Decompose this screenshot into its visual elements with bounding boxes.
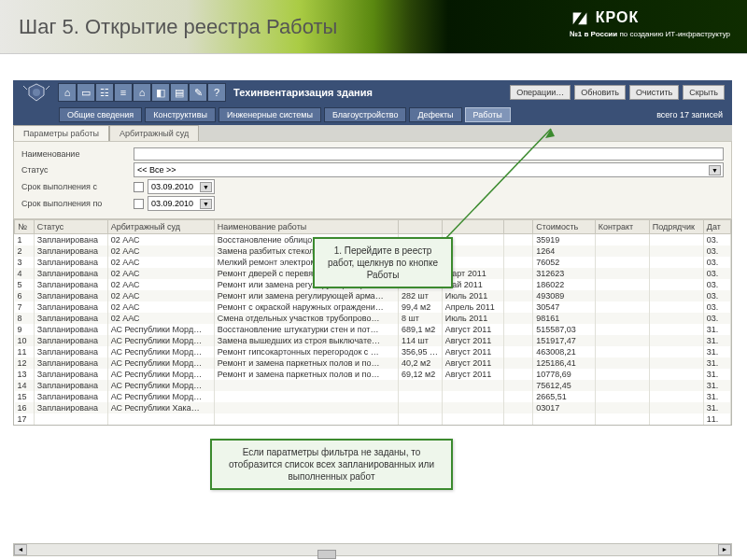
- tab-1[interactable]: Конструктивы: [145, 107, 216, 122]
- refresh-button[interactable]: Обновить: [574, 85, 626, 100]
- col-header-9[interactable]: Подрядчик: [649, 220, 703, 234]
- col-header-2[interactable]: Арбитражный суд: [107, 220, 214, 234]
- tb-icon-6[interactable]: ◧: [151, 83, 170, 102]
- tb-icon-7[interactable]: ▤: [170, 83, 189, 102]
- cell: 31.: [703, 324, 730, 335]
- hide-button[interactable]: Скрыть: [683, 85, 725, 100]
- tb-icon-8[interactable]: ✎: [189, 83, 207, 102]
- col-header-4[interactable]: [398, 220, 442, 234]
- filter-name-input[interactable]: [134, 147, 724, 161]
- col-header-3[interactable]: Наименование работы: [214, 220, 398, 234]
- filter-status-value: << Все >>: [137, 165, 176, 175]
- cell: 31.: [703, 335, 730, 346]
- table-row[interactable]: 9ЗапланированаАС Республики Морд…Восстан…: [15, 324, 731, 335]
- cell: 03.: [703, 268, 730, 279]
- col-header-8[interactable]: Контракт: [595, 220, 649, 234]
- cell: [442, 391, 503, 402]
- scroll-thumb[interactable]: [317, 550, 336, 559]
- cell: [649, 413, 703, 425]
- cell: [649, 391, 703, 402]
- tb-icon-2[interactable]: ▭: [77, 83, 95, 102]
- cell: [398, 391, 442, 402]
- cell: [595, 234, 649, 246]
- filter-from-date[interactable]: 03.09.2010: [148, 179, 215, 194]
- tab-0[interactable]: Общие сведения: [59, 107, 142, 122]
- table-row[interactable]: 7Запланирована02 ААСРемонт с окраской на…: [15, 301, 731, 313]
- tab-4[interactable]: Дефекты: [409, 107, 461, 122]
- col-header-10[interactable]: Дат: [703, 220, 730, 234]
- cell: [595, 268, 649, 279]
- cell: 515587,03: [533, 324, 595, 335]
- tab-3[interactable]: Благоустройство: [324, 107, 406, 122]
- col-header-1[interactable]: Статус: [34, 220, 107, 234]
- cell: 8: [15, 313, 35, 324]
- cell: 5: [15, 279, 35, 290]
- cell: [649, 324, 703, 335]
- subtab-0[interactable]: Параметры работы: [13, 125, 109, 141]
- table-row[interactable]: 15ЗапланированаАС Республики Морд…2665,5…: [15, 391, 731, 402]
- tb-icon-1[interactable]: ⌂: [58, 83, 77, 102]
- cell: 35919: [533, 234, 595, 246]
- cell: 99,4 м2: [398, 301, 442, 313]
- ops-button[interactable]: Операции…: [510, 85, 571, 100]
- cell: [398, 380, 442, 391]
- col-header-5[interactable]: [442, 220, 503, 234]
- cell: Запланирована: [34, 391, 107, 402]
- cell: 31.: [703, 380, 730, 391]
- slide-header: Шаг 5. Открытие реестра Работы КРОК №1 в…: [0, 0, 747, 54]
- cell: Август 2011: [442, 357, 503, 369]
- filter-status-select[interactable]: << Все >>: [134, 162, 724, 177]
- table-row[interactable]: 6Запланирована02 ААСРемонт или замена ре…: [15, 290, 731, 301]
- cell: 7: [15, 301, 35, 313]
- col-header-0[interactable]: №: [15, 220, 35, 234]
- filter-to-check[interactable]: [134, 199, 144, 209]
- tb-icon-3[interactable]: ☷: [95, 83, 114, 102]
- filter-from-value: 03.09.2010: [151, 182, 193, 191]
- cell: [504, 357, 533, 369]
- toolbar-title: Техинвентаризация здания: [233, 87, 510, 98]
- tb-icon-5[interactable]: ⌂: [133, 83, 151, 102]
- table-row[interactable]: 10ЗапланированаАС Республики Морд…Замена…: [15, 335, 731, 346]
- subtab-1[interactable]: Арбитражный суд: [109, 125, 199, 141]
- scroll-left-button[interactable]: ◄: [14, 544, 27, 555]
- tab-5[interactable]: Работы: [465, 107, 511, 122]
- callout-1: 1. Перейдите в реестр работ, щелкнув по …: [313, 237, 453, 288]
- table-row[interactable]: 14ЗапланированаАС Республики Морд…75612,…: [15, 380, 731, 391]
- table-row[interactable]: 11ЗапланированаАС Республики Морд…Ремонт…: [15, 346, 731, 357]
- cell: [595, 301, 649, 313]
- cell: [649, 279, 703, 290]
- cell: 31.: [703, 391, 730, 402]
- tb-icon-4[interactable]: ≡: [114, 83, 133, 102]
- cell: Август 2011: [442, 324, 503, 335]
- cell: 2: [15, 245, 35, 257]
- scroll-right-button[interactable]: ►: [718, 544, 731, 555]
- col-header-6[interactable]: [504, 220, 533, 234]
- cell: 11: [15, 346, 35, 357]
- cell: Ремонт с окраской наружных ограждени…: [214, 301, 398, 313]
- cell: АС Республики Морд…: [107, 357, 214, 369]
- filter-from-check[interactable]: [134, 182, 144, 192]
- filter-status-label: Статус: [21, 165, 134, 175]
- cell: [214, 380, 398, 391]
- cell: 356,95 м2: [398, 346, 442, 357]
- cell: 2665,51: [533, 391, 595, 402]
- cell: [649, 346, 703, 357]
- clear-button[interactable]: Очистить: [629, 85, 679, 100]
- cell: Запланирована: [34, 324, 107, 335]
- table-row[interactable]: 1711.: [15, 413, 731, 425]
- table-row[interactable]: 16ЗапланированаАС Республики Хака…030173…: [15, 402, 731, 413]
- state-emblem-icon: [17, 80, 56, 105]
- table-row[interactable]: 13ЗапланированаАС Республики Морд…Ремонт…: [15, 369, 731, 380]
- cell: 03.: [703, 257, 730, 268]
- tab-2[interactable]: Инженерные системы: [218, 107, 321, 122]
- table-row[interactable]: 8Запланирована02 ААССмена отдельных учас…: [15, 313, 731, 324]
- cell: Запланирована: [34, 290, 107, 301]
- horizontal-scrollbar[interactable]: ◄ ►: [13, 543, 732, 556]
- tb-icon-9[interactable]: ?: [207, 83, 226, 102]
- cell: Запланирована: [34, 245, 107, 257]
- col-header-7[interactable]: Стоимость: [533, 220, 595, 234]
- filter-to-date[interactable]: 03.09.2010: [148, 196, 215, 211]
- cell: [595, 245, 649, 257]
- cell: 31.: [703, 402, 730, 413]
- table-row[interactable]: 12ЗапланированаАС Республики Морд…Ремонт…: [15, 357, 731, 369]
